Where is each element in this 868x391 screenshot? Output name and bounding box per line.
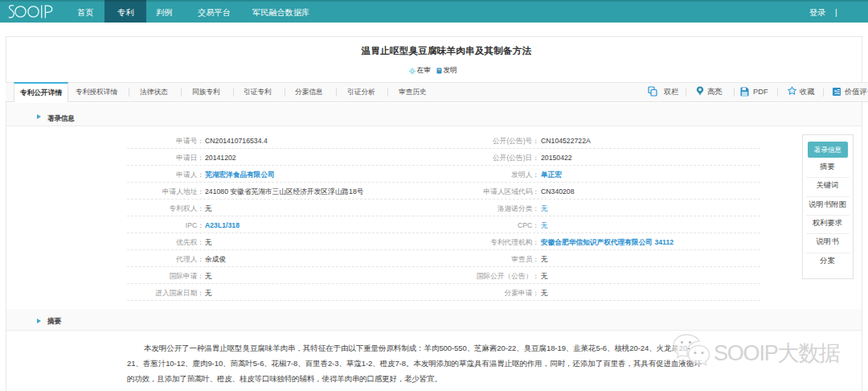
- svg-text:5: 5: [834, 89, 837, 95]
- svg-text:SOOIP大数据: SOOIP大数据: [714, 341, 840, 365]
